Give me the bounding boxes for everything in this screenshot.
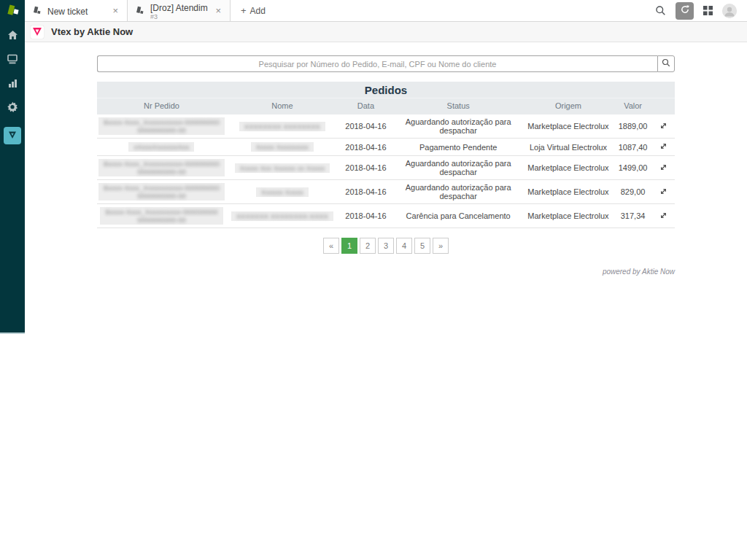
- order-number-redacted: Bxxxx-Xxxx_Xxxxxxxxxxx-00000000000000000…: [98, 117, 225, 135]
- vtex-logo-icon: [31, 26, 44, 39]
- order-date: 2018-04-16: [338, 204, 393, 228]
- customer-name-redacted: Xxxxx Xxxxxxxxx: [251, 142, 314, 152]
- close-icon[interactable]: ×: [111, 5, 120, 16]
- zendesk-logo-icon[interactable]: [0, 0, 25, 22]
- table-row: Bxxxx-Xxxx_Xxxxxxxxxxx-00000000000000000…: [97, 180, 675, 204]
- app-header-bar: Vtex by Aktie Now: [25, 22, 747, 42]
- pagination-next[interactable]: »: [433, 238, 449, 254]
- search-icon[interactable]: [655, 5, 666, 16]
- column-header-data: Data: [338, 98, 393, 114]
- add-tab-button[interactable]: + Add: [231, 0, 276, 21]
- order-origin: Marketplace Electrolux: [523, 114, 613, 139]
- order-date: 2018-04-16: [338, 156, 393, 180]
- expand-order-icon[interactable]: [659, 141, 668, 151]
- add-tab-label: Add: [250, 6, 266, 16]
- order-number-redacted: xXxxxXxxxxxxXxx: [128, 142, 194, 152]
- app-title: Vtex by Aktie Now: [51, 26, 133, 37]
- order-number-redacted: Bxxxx-Xxxx_Xxxxxxxxxxx-00000000000000000…: [98, 159, 225, 176]
- home-icon: [7, 30, 18, 43]
- tab-label: [Droz] Atendimento: [150, 3, 208, 13]
- order-status: Aguardando autorização para despachar: [393, 156, 523, 180]
- tab-label: New ticket: [47, 7, 88, 17]
- column-header-nome: Nome: [226, 98, 338, 114]
- top-tab-bar: New ticket × [Droz] Atendimento #3 × + A…: [25, 0, 747, 22]
- customer-name-redacted: Xxxxxx Xxxxx: [256, 187, 309, 197]
- user-avatar[interactable]: [722, 4, 737, 18]
- column-header-status: Status: [393, 98, 523, 114]
- plus-icon: +: [241, 5, 247, 16]
- sidebar-item-views[interactable]: [4, 53, 21, 68]
- pagination-page-3[interactable]: 3: [378, 238, 394, 254]
- ticket-icon: [135, 4, 144, 18]
- order-status: Pagamento Pendente: [393, 139, 523, 156]
- order-search-input[interactable]: [97, 55, 657, 72]
- pagination-page-2[interactable]: 2: [360, 238, 376, 254]
- customer-name-redacted: XXXXXXX XXXXXXXX-XXXX: [231, 211, 333, 221]
- order-value: 1499,00: [614, 156, 653, 180]
- column-header-origem: Origem: [523, 98, 613, 114]
- bar-chart-icon: [7, 78, 18, 91]
- sidebar-item-reports[interactable]: [4, 77, 21, 92]
- close-icon[interactable]: ×: [214, 5, 222, 16]
- order-origin: Marketplace Electrolux: [523, 204, 613, 228]
- tab-new-ticket[interactable]: New ticket ×: [25, 0, 128, 21]
- orders-panel: Pedidos Nr Pedido Nome Data Status Orige…: [97, 82, 675, 228]
- search-icon: [662, 58, 670, 69]
- vtex-app-icon: [8, 129, 17, 142]
- page-title: Pedidos: [365, 84, 407, 96]
- topbar-spacer: [276, 0, 655, 21]
- views-icon: [7, 54, 18, 68]
- order-date: 2018-04-16: [338, 139, 393, 156]
- pagination: « 1 2 3 4 5 »: [97, 238, 675, 254]
- column-header-nr-pedido: Nr Pedido: [97, 98, 226, 114]
- order-origin: Loja Virtual Electrolux: [523, 139, 613, 156]
- main-content: Pedidos Nr Pedido Nome Data Status Orige…: [25, 42, 747, 560]
- tab-subtitle: #3: [150, 14, 208, 20]
- sidebar-item-home[interactable]: [4, 29, 21, 44]
- order-number-redacted: Bxxxx-Xxxx_Xxxxxxxxxxx-00000000000000000…: [98, 183, 225, 201]
- order-date: 2018-04-16: [338, 114, 393, 139]
- sidebar-item-admin[interactable]: [4, 101, 21, 116]
- refresh-icon: [680, 4, 690, 18]
- expand-order-icon[interactable]: [659, 187, 668, 196]
- order-origin: Marketplace Electrolux: [523, 180, 613, 204]
- ticket-icon: [32, 4, 42, 18]
- order-origin: Marketplace Electrolux: [523, 156, 613, 180]
- orders-panel-heading: Pedidos: [97, 82, 675, 98]
- table-row: Bxxxx-Xxxx_Xxxxxxxxxxx-00000000000000000…: [97, 156, 675, 180]
- order-status: Aguardando autorização para despachar: [393, 180, 523, 204]
- powered-by-label: powered by Aktie Now: [97, 268, 675, 276]
- pagination-page-4[interactable]: 4: [396, 238, 412, 254]
- expand-order-icon[interactable]: [659, 121, 668, 131]
- order-search-group: [97, 55, 675, 72]
- column-header-actions: [653, 98, 676, 114]
- gear-icon: [7, 101, 18, 116]
- pagination-page-1[interactable]: 1: [341, 238, 357, 254]
- sidebar: [0, 0, 25, 334]
- table-row: Bxxxx-Xxxx_Xxxxxxxxxxx-00000000000000000…: [97, 114, 675, 139]
- order-status: Carência para Cancelamento: [393, 204, 523, 228]
- customer-name-redacted: XXXXXXXX XXXXXXXX: [239, 122, 325, 131]
- sidebar-item-vtex-app[interactable]: [4, 127, 21, 144]
- pagination-prev[interactable]: «: [323, 238, 339, 254]
- order-value: 1889,00: [614, 114, 653, 139]
- orders-table: Nr Pedido Nome Data Status Origem Valor …: [97, 98, 675, 228]
- order-value: 1087,40: [614, 139, 653, 156]
- pagination-page-5[interactable]: 5: [414, 238, 430, 254]
- order-status: Aguardando autorização para despachar: [393, 114, 523, 139]
- apps-grid-icon[interactable]: [703, 6, 713, 15]
- order-number-redacted: Bxxxx-Xxxx_Xxxxxxxxxx-000000000000000000…: [100, 207, 222, 225]
- expand-order-icon[interactable]: [659, 163, 668, 172]
- reload-apps-button[interactable]: [676, 2, 694, 20]
- column-header-valor: Valor: [614, 98, 653, 114]
- customer-name-redacted: Xxxxx Xxx Xxxxxx xx Xxxxx: [235, 163, 330, 173]
- order-search-button[interactable]: [657, 55, 675, 72]
- table-header-row: Nr Pedido Nome Data Status Origem Valor: [97, 98, 675, 114]
- table-row: xXxxxXxxxxxxXxx Xxxxx Xxxxxxxxx 2018-04-…: [97, 139, 675, 156]
- order-value: 317,34: [614, 204, 653, 228]
- tab-droz-atendimento[interactable]: [Droz] Atendimento #3 ×: [128, 0, 231, 21]
- expand-order-icon[interactable]: [659, 211, 668, 220]
- order-value: 829,00: [614, 180, 653, 204]
- table-row: Bxxxx-Xxxx_Xxxxxxxxxx-000000000000000000…: [97, 204, 675, 228]
- order-date: 2018-04-16: [338, 180, 393, 204]
